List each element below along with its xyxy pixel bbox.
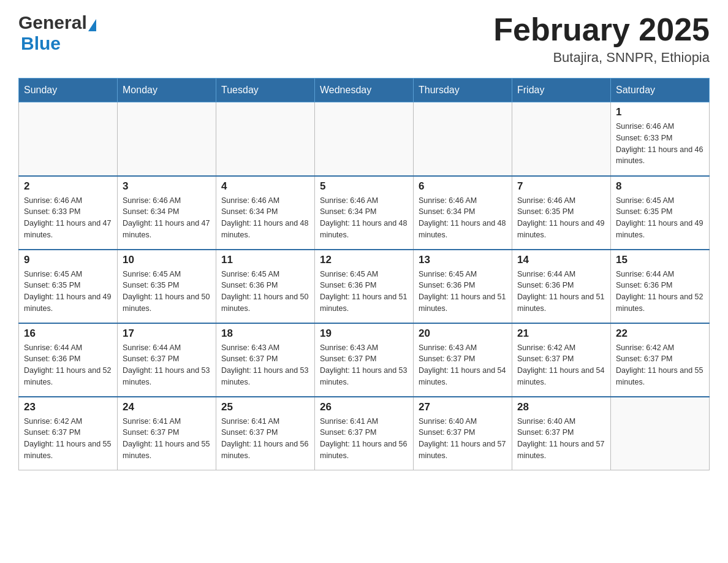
sunset-text: Sunset: 6:34 PM — [221, 207, 278, 216]
day-info: Sunrise: 6:40 AMSunset: 6:37 PMDaylight:… — [517, 416, 605, 462]
sunset-text: Sunset: 6:36 PM — [320, 281, 376, 289]
table-row: 20Sunrise: 6:43 AMSunset: 6:37 PMDayligh… — [414, 323, 512, 397]
sunrise-text: Sunrise: 6:41 AM — [221, 417, 279, 426]
day-number: 3 — [123, 180, 211, 193]
month-title: February 2025 — [493, 12, 710, 47]
calendar-table: Sunday Monday Tuesday Wednesday Thursday… — [18, 78, 710, 470]
sunrise-text: Sunrise: 6:45 AM — [616, 196, 674, 205]
daylight-text: Daylight: 11 hours and 56 minutes. — [320, 440, 407, 460]
table-row: 25Sunrise: 6:41 AMSunset: 6:37 PMDayligh… — [216, 397, 315, 470]
sunset-text: Sunset: 6:36 PM — [221, 281, 278, 289]
sunrise-text: Sunrise: 6:45 AM — [320, 270, 378, 278]
day-number: 2 — [24, 180, 112, 193]
day-info: Sunrise: 6:43 AMSunset: 6:37 PMDaylight:… — [221, 342, 309, 388]
table-row: 26Sunrise: 6:41 AMSunset: 6:37 PMDayligh… — [315, 397, 414, 470]
daylight-text: Daylight: 11 hours and 46 minutes. — [616, 145, 703, 166]
logo: General Blue — [18, 12, 96, 54]
day-number: 7 — [517, 180, 605, 193]
day-number: 11 — [221, 254, 309, 266]
table-row: 23Sunrise: 6:42 AMSunset: 6:37 PMDayligh… — [19, 397, 118, 470]
daylight-text: Daylight: 11 hours and 54 minutes. — [517, 366, 604, 386]
day-number: 17 — [123, 327, 211, 340]
sunrise-text: Sunrise: 6:46 AM — [123, 196, 181, 205]
day-info: Sunrise: 6:41 AMSunset: 6:37 PMDaylight:… — [221, 416, 309, 462]
sunset-text: Sunset: 6:37 PM — [123, 428, 179, 437]
table-row: 2Sunrise: 6:46 AMSunset: 6:33 PMDaylight… — [19, 176, 118, 250]
day-info: Sunrise: 6:46 AMSunset: 6:33 PMDaylight:… — [616, 121, 704, 167]
sunset-text: Sunset: 6:37 PM — [320, 354, 376, 363]
sunrise-text: Sunrise: 6:41 AM — [320, 417, 378, 426]
col-tuesday: Tuesday — [216, 79, 315, 102]
daylight-text: Daylight: 11 hours and 50 minutes. — [123, 293, 210, 313]
col-thursday: Thursday — [414, 79, 512, 102]
day-info: Sunrise: 6:42 AMSunset: 6:37 PMDaylight:… — [24, 416, 112, 462]
table-row: 6Sunrise: 6:46 AMSunset: 6:34 PMDaylight… — [414, 176, 512, 250]
daylight-text: Daylight: 11 hours and 51 minutes. — [419, 293, 506, 313]
day-number: 13 — [419, 254, 507, 266]
sunrise-text: Sunrise: 6:43 AM — [419, 343, 477, 352]
day-info: Sunrise: 6:45 AMSunset: 6:35 PMDaylight:… — [616, 195, 704, 241]
location-subtitle: Butajira, SNNPR, Ethiopia — [493, 50, 710, 66]
table-row: 22Sunrise: 6:42 AMSunset: 6:37 PMDayligh… — [611, 323, 710, 397]
sunrise-text: Sunrise: 6:44 AM — [24, 343, 82, 352]
calendar-week-row: 23Sunrise: 6:42 AMSunset: 6:37 PMDayligh… — [19, 397, 710, 470]
sunrise-text: Sunrise: 6:45 AM — [24, 270, 82, 278]
calendar-header-row: Sunday Monday Tuesday Wednesday Thursday… — [19, 79, 710, 102]
sunset-text: Sunset: 6:37 PM — [517, 428, 574, 437]
daylight-text: Daylight: 11 hours and 47 minutes. — [123, 219, 210, 239]
sunset-text: Sunset: 6:37 PM — [419, 354, 475, 363]
table-row — [315, 102, 414, 176]
day-number: 24 — [123, 401, 211, 413]
day-info: Sunrise: 6:46 AMSunset: 6:34 PMDaylight:… — [419, 195, 507, 241]
daylight-text: Daylight: 11 hours and 49 minutes. — [517, 219, 604, 239]
sunset-text: Sunset: 6:34 PM — [123, 207, 179, 216]
daylight-text: Daylight: 11 hours and 55 minutes. — [123, 440, 210, 460]
sunset-text: Sunset: 6:33 PM — [24, 207, 80, 216]
day-info: Sunrise: 6:46 AMSunset: 6:34 PMDaylight:… — [123, 195, 211, 241]
day-info: Sunrise: 6:41 AMSunset: 6:37 PMDaylight:… — [123, 416, 211, 462]
day-info: Sunrise: 6:42 AMSunset: 6:37 PMDaylight:… — [616, 342, 704, 388]
day-number: 25 — [221, 401, 309, 413]
sunrise-text: Sunrise: 6:45 AM — [123, 270, 181, 278]
day-info: Sunrise: 6:45 AMSunset: 6:35 PMDaylight:… — [24, 269, 112, 315]
day-number: 8 — [616, 180, 704, 193]
sunrise-text: Sunrise: 6:43 AM — [221, 343, 279, 352]
table-row: 16Sunrise: 6:44 AMSunset: 6:36 PMDayligh… — [19, 323, 118, 397]
day-number: 28 — [517, 401, 605, 413]
table-row — [19, 102, 118, 176]
day-info: Sunrise: 6:46 AMSunset: 6:33 PMDaylight:… — [24, 195, 112, 241]
sunset-text: Sunset: 6:35 PM — [616, 207, 672, 216]
day-number: 5 — [320, 180, 408, 193]
day-number: 12 — [320, 254, 408, 266]
daylight-text: Daylight: 11 hours and 56 minutes. — [221, 440, 308, 460]
sunset-text: Sunset: 6:36 PM — [24, 354, 80, 363]
day-number: 22 — [616, 327, 704, 340]
table-row — [118, 102, 216, 176]
day-info: Sunrise: 6:46 AMSunset: 6:35 PMDaylight:… — [517, 195, 605, 241]
table-row: 24Sunrise: 6:41 AMSunset: 6:37 PMDayligh… — [118, 397, 216, 470]
table-row: 3Sunrise: 6:46 AMSunset: 6:34 PMDaylight… — [118, 176, 216, 250]
day-number: 19 — [320, 327, 408, 340]
sunset-text: Sunset: 6:37 PM — [616, 354, 672, 363]
table-row: 19Sunrise: 6:43 AMSunset: 6:37 PMDayligh… — [315, 323, 414, 397]
table-row: 13Sunrise: 6:45 AMSunset: 6:36 PMDayligh… — [414, 250, 512, 323]
sunset-text: Sunset: 6:34 PM — [419, 207, 475, 216]
title-area: February 2025 Butajira, SNNPR, Ethiopia — [493, 12, 710, 66]
table-row: 5Sunrise: 6:46 AMSunset: 6:34 PMDaylight… — [315, 176, 414, 250]
day-number: 20 — [419, 327, 507, 340]
day-number: 4 — [221, 180, 309, 193]
sunset-text: Sunset: 6:37 PM — [221, 428, 278, 437]
table-row: 12Sunrise: 6:45 AMSunset: 6:36 PMDayligh… — [315, 250, 414, 323]
table-row: 10Sunrise: 6:45 AMSunset: 6:35 PMDayligh… — [118, 250, 216, 323]
table-row — [414, 102, 512, 176]
sunrise-text: Sunrise: 6:46 AM — [616, 122, 674, 131]
sunrise-text: Sunrise: 6:41 AM — [123, 417, 181, 426]
sunset-text: Sunset: 6:37 PM — [419, 428, 475, 437]
day-info: Sunrise: 6:44 AMSunset: 6:36 PMDaylight:… — [24, 342, 112, 388]
logo-blue-text: Blue — [21, 33, 61, 53]
sunrise-text: Sunrise: 6:40 AM — [517, 417, 575, 426]
day-info: Sunrise: 6:44 AMSunset: 6:36 PMDaylight:… — [517, 269, 605, 315]
sunset-text: Sunset: 6:36 PM — [517, 281, 574, 289]
calendar-week-row: 9Sunrise: 6:45 AMSunset: 6:35 PMDaylight… — [19, 250, 710, 323]
daylight-text: Daylight: 11 hours and 53 minutes. — [123, 366, 210, 386]
